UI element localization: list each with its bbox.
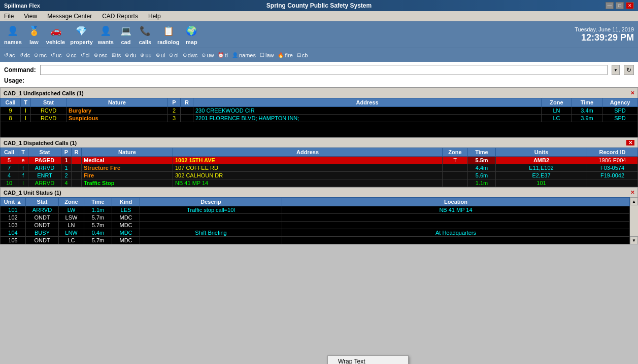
table-row[interactable]: 9 l RCVD Burglary 2 230 CREEKWOOD CIR LN… bbox=[1, 107, 638, 115]
sub-du[interactable]: ⊕ du bbox=[125, 52, 136, 58]
menu-help[interactable]: Help bbox=[146, 12, 163, 20]
sub-law2[interactable]: ☐ law bbox=[260, 52, 274, 58]
cell-time: 4.4m bbox=[468, 164, 496, 172]
app-title: Spillman Flex bbox=[4, 3, 40, 9]
toolbar-property[interactable]: 💎 property bbox=[70, 24, 93, 45]
command-dropdown-button[interactable]: ▼ bbox=[612, 65, 620, 75]
sub-osc[interactable]: ⊕ osc bbox=[94, 52, 108, 58]
maximize-button[interactable]: □ bbox=[616, 2, 624, 9]
sub-cb[interactable]: ⊡ cb bbox=[297, 52, 308, 58]
sub-fire[interactable]: 🔥 fire bbox=[278, 52, 292, 58]
cell-record-id: F19-0042 bbox=[587, 172, 638, 179]
sub-mc[interactable]: ⊙ mc bbox=[34, 52, 47, 58]
unit-scrollbar: ▲ ▼ bbox=[630, 197, 638, 244]
toolbar-calls-label: calls bbox=[139, 39, 151, 45]
toolbar-vehicle[interactable]: 🚗 vehicle bbox=[46, 24, 65, 45]
cell-p: 3 bbox=[168, 115, 181, 122]
table-row[interactable]: 102 ONDT LSW 5.7m MDC bbox=[1, 214, 630, 222]
toolbar-calls[interactable]: 📞 calls bbox=[138, 24, 152, 45]
cell-zone: LC bbox=[59, 237, 84, 244]
cell-time: 3.9m bbox=[572, 115, 602, 122]
cell-time: 0.4m bbox=[84, 229, 112, 237]
cell-zone: LN bbox=[542, 107, 572, 115]
unit-table: Unit ▲ Stat Zone Time Kind Descrip Locat… bbox=[0, 197, 630, 244]
table-row[interactable]: 4 f ENRT 2 Fire 302 CALHOUN DR 5.6m E2,E… bbox=[1, 172, 638, 179]
cell-descrip: Shift Briefing bbox=[140, 229, 282, 237]
cell-stat: BUSY bbox=[26, 229, 59, 237]
sub-names2[interactable]: 👤 names bbox=[232, 52, 256, 58]
cell-stat: ARRVD bbox=[28, 164, 61, 172]
unit-panel-close[interactable]: ✕ bbox=[630, 190, 634, 195]
table-row[interactable]: 10 l ARRVD 4 Traffic Stop NB 41 MP 14 1.… bbox=[1, 179, 638, 187]
cell-t: l bbox=[21, 115, 31, 122]
sub-dc[interactable]: ↺ dc bbox=[19, 52, 30, 58]
table-row[interactable]: 104 BUSY LNW 0.4m MDC Shift Briefing At … bbox=[1, 229, 630, 237]
sub-oi[interactable]: ⊙ oi bbox=[169, 52, 179, 58]
toolbar-names[interactable]: 👤 names bbox=[4, 24, 22, 45]
sub-uc[interactable]: ↺ uc bbox=[51, 52, 62, 58]
toolbar-radiolog[interactable]: 📋 radiolog bbox=[157, 24, 179, 45]
toolbar-cad[interactable]: 💻 cad bbox=[119, 24, 133, 45]
table-row[interactable]: 7 f ARRVD 1 Structure Fire 107 COFFEE RD… bbox=[1, 164, 638, 172]
sub-ts[interactable]: ⊞ ts bbox=[112, 52, 121, 58]
toolbar-law-label: law bbox=[29, 39, 39, 45]
window-title: Spring County Public Safety System bbox=[266, 2, 372, 9]
context-wrap-text[interactable]: Wrap Text bbox=[328, 356, 408, 364]
undispatched-panel-close[interactable]: ✕ bbox=[630, 90, 634, 96]
table-row-empty bbox=[1, 122, 638, 137]
toolbar-map[interactable]: 🌍 map bbox=[184, 24, 198, 45]
scroll-up-button[interactable]: ▲ bbox=[630, 197, 638, 205]
scroll-down-button[interactable]: ▼ bbox=[630, 236, 638, 244]
dispatched-panel-close[interactable]: ✕ bbox=[626, 140, 634, 145]
sub-ac[interactable]: ↺ ac bbox=[4, 52, 15, 58]
sub-uu[interactable]: ⊕ uu bbox=[140, 52, 151, 58]
cell-nature: Traffic Stop bbox=[82, 179, 173, 187]
cell-zone: LC bbox=[542, 115, 572, 122]
table-row[interactable]: 101 ARRVD LW 1.1m LES Traffic stop call=… bbox=[1, 206, 630, 214]
toolbar-names-label: names bbox=[4, 39, 22, 45]
cell-location bbox=[282, 214, 630, 222]
menu-view[interactable]: View bbox=[22, 12, 39, 20]
cell-r bbox=[181, 107, 193, 115]
table-row[interactable]: 5 e PAGED 1 Medical 1002 15TH AVE T 5.5m… bbox=[1, 157, 638, 164]
sub-cc[interactable]: ⊙ cc bbox=[66, 52, 77, 58]
cell-address: NB 41 MP 14 bbox=[173, 179, 443, 187]
command-row: Command: ▼ ↻ bbox=[4, 65, 634, 75]
toolbar-vehicle-label: vehicle bbox=[46, 39, 65, 45]
vehicle-icon: 🚗 bbox=[49, 24, 63, 38]
col-location: Location bbox=[282, 198, 630, 206]
col-p: P bbox=[168, 98, 181, 107]
toolbar-law[interactable]: 🏅 law bbox=[27, 24, 41, 45]
unit-status-panel: CAD_1 Unit Status (1) ✕ Unit ▲ Stat Zone… bbox=[0, 187, 638, 244]
toolbar-wants[interactable]: 👤 wants bbox=[98, 24, 114, 45]
sub-dwc[interactable]: ⊙ dwc bbox=[183, 52, 198, 58]
sub-ci[interactable]: ↺ ci bbox=[81, 52, 90, 58]
table-row[interactable]: 105 ONDT LC 5.7m MDC bbox=[1, 237, 630, 244]
dispatched-panel-header: CAD_1 Dispatched Calls (1) ✕ bbox=[0, 137, 638, 148]
date-display: Tuesday, June 11, 2019 bbox=[575, 26, 634, 32]
command-input[interactable] bbox=[40, 65, 608, 75]
sub-ui[interactable]: ⊕ ui bbox=[156, 52, 165, 58]
cell-unit: 101 bbox=[1, 206, 26, 214]
col-r: R bbox=[72, 148, 82, 157]
table-row[interactable]: 8 l RCVD Suspicious 3 2201 FLORENCE BLVD… bbox=[1, 115, 638, 122]
cell-r bbox=[72, 157, 82, 164]
command-refresh-button[interactable]: ↻ bbox=[624, 65, 634, 75]
toolbar-wants-label: wants bbox=[98, 39, 114, 45]
cell-unit: 102 bbox=[1, 214, 26, 222]
cell-t: l bbox=[21, 107, 31, 115]
undispatched-panel-title: CAD_1 Undispatched Calls (1) bbox=[4, 90, 84, 96]
col-time: Time bbox=[468, 148, 496, 157]
minimize-button[interactable]: — bbox=[606, 2, 614, 9]
table-row[interactable]: 103 ONDT LN 5.7m MDC bbox=[1, 222, 630, 229]
unit-table-scroll-area: Unit ▲ Stat Zone Time Kind Descrip Locat… bbox=[0, 197, 638, 244]
sub-ti[interactable]: ⏰ ti bbox=[218, 52, 228, 58]
close-button[interactable]: ✕ bbox=[626, 2, 634, 9]
menu-file[interactable]: File bbox=[2, 12, 16, 20]
menu-cad-reports[interactable]: CAD Reports bbox=[100, 12, 140, 20]
cell-stat: ONDT bbox=[26, 237, 59, 244]
menu-message-center[interactable]: Message Center bbox=[45, 12, 94, 20]
sub-uw[interactable]: ⊙ uw bbox=[202, 52, 214, 58]
usage-label: Usage: bbox=[4, 77, 35, 84]
col-stat: Stat bbox=[28, 148, 61, 157]
